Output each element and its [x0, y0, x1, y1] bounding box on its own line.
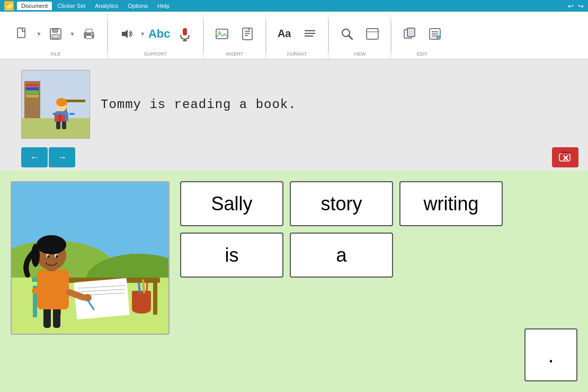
- volume-button[interactable]: [114, 23, 138, 44]
- search-button[interactable]: [335, 23, 359, 44]
- format-group-label: FORMAT: [287, 50, 307, 59]
- svg-rect-41: [26, 91, 39, 94]
- edit2-button[interactable]: [423, 23, 447, 44]
- insert-group-label: INSERT: [226, 50, 243, 59]
- svg-rect-12: [216, 29, 228, 39]
- svg-line-69: [139, 283, 140, 292]
- svg-rect-47: [69, 113, 75, 115]
- main-area: Tommy is reading a book. ← →: [0, 59, 588, 392]
- view-group-label: VIEW: [353, 50, 366, 59]
- svg-rect-24: [367, 29, 378, 39]
- svg-rect-40: [26, 87, 39, 90]
- undo-button[interactable]: ↩: [568, 2, 574, 10]
- svg-point-7: [91, 33, 93, 34]
- tab-help[interactable]: Help: [153, 2, 174, 10]
- file-group-label: FILE: [50, 50, 60, 59]
- ribbon-group-edit: EDIT: [391, 14, 453, 59]
- edit1-button[interactable]: [398, 23, 421, 44]
- ribbon-group-format: Aa FORMAT: [266, 14, 328, 59]
- mic-button[interactable]: [173, 23, 197, 44]
- app-icon: 📁: [4, 1, 14, 11]
- svg-rect-5: [86, 29, 92, 33]
- svg-rect-51: [62, 121, 66, 129]
- svg-point-83: [37, 235, 66, 254]
- word-card-sally[interactable]: Sally: [180, 181, 283, 226]
- svg-rect-14: [243, 28, 252, 40]
- checker-button[interactable]: Abc: [148, 23, 171, 44]
- svg-line-71: [147, 282, 147, 292]
- svg-point-44: [56, 98, 67, 106]
- svg-rect-39: [26, 84, 39, 86]
- svg-line-23: [349, 35, 352, 39]
- svg-rect-42: [26, 95, 39, 97]
- word-card-is[interactable]: is: [180, 233, 283, 278]
- image-button[interactable]: [210, 23, 234, 44]
- svg-rect-80: [32, 288, 41, 293]
- forward-button[interactable]: →: [49, 147, 75, 167]
- word-card-writing[interactable]: writing: [399, 181, 503, 226]
- tab-clickerset[interactable]: Clicker Set: [53, 2, 90, 10]
- window-controls: ↩ ↪: [568, 2, 584, 10]
- save-button[interactable]: [44, 23, 67, 44]
- tab-options[interactable]: Options: [123, 2, 152, 10]
- svg-rect-50: [56, 121, 60, 129]
- svg-rect-62: [153, 283, 157, 315]
- svg-rect-36: [64, 100, 85, 102]
- svg-rect-3: [52, 34, 59, 38]
- period-card[interactable]: .: [524, 328, 577, 381]
- svg-marker-8: [122, 30, 128, 38]
- edit-group-label: EDIT: [416, 50, 427, 59]
- tab-analytics[interactable]: Analytics: [91, 2, 122, 10]
- svg-rect-38: [24, 81, 40, 118]
- ribbon: ▼ ▼: [0, 12, 588, 59]
- svg-rect-74: [43, 307, 51, 328]
- print-button[interactable]: [77, 23, 101, 44]
- sally-image: [11, 181, 170, 335]
- redo-button[interactable]: ↪: [578, 2, 584, 10]
- svg-rect-68: [132, 291, 151, 309]
- ribbon-group-support: ▼ Abc SUPPORT: [108, 14, 203, 59]
- align-button[interactable]: [298, 23, 322, 44]
- svg-rect-76: [37, 270, 69, 309]
- svg-rect-6: [86, 35, 92, 39]
- nav-bar: ← →: [0, 144, 588, 171]
- svg-rect-27: [407, 28, 415, 37]
- svg-line-70: [143, 280, 144, 292]
- svg-point-90: [56, 255, 58, 258]
- svg-point-89: [47, 255, 49, 258]
- view2-button[interactable]: [361, 23, 384, 44]
- word-area: Sally story writing is a .: [0, 171, 588, 392]
- doc-sentence: Tommy is reading a book.: [101, 97, 297, 112]
- back-button[interactable]: ←: [21, 147, 48, 167]
- doc-area: Tommy is reading a book.: [0, 59, 588, 144]
- new-button[interactable]: [11, 23, 34, 44]
- ribbon-group-insert: INSERT: [204, 14, 266, 59]
- menu-tabs: Document Clicker Set Analytics Options H…: [17, 2, 174, 10]
- word-card-story[interactable]: story: [290, 181, 393, 226]
- insert2-button[interactable]: [236, 23, 259, 44]
- tab-document[interactable]: Document: [17, 2, 52, 10]
- font-button[interactable]: Aa: [273, 23, 296, 44]
- word-card-a[interactable]: a: [290, 233, 393, 278]
- tommy-image: [21, 70, 90, 139]
- svg-rect-2: [52, 29, 58, 32]
- svg-rect-75: [53, 307, 60, 328]
- svg-rect-9: [183, 28, 187, 35]
- svg-rect-0: [17, 28, 25, 38]
- ribbon-group-view: VIEW: [329, 14, 391, 59]
- title-bar: 📁 Document Clicker Set Analytics Options…: [0, 0, 588, 12]
- support-group-label: SUPPORT: [144, 50, 167, 59]
- ribbon-group-file: ▼ ▼: [4, 14, 108, 59]
- delete-button[interactable]: [552, 147, 578, 167]
